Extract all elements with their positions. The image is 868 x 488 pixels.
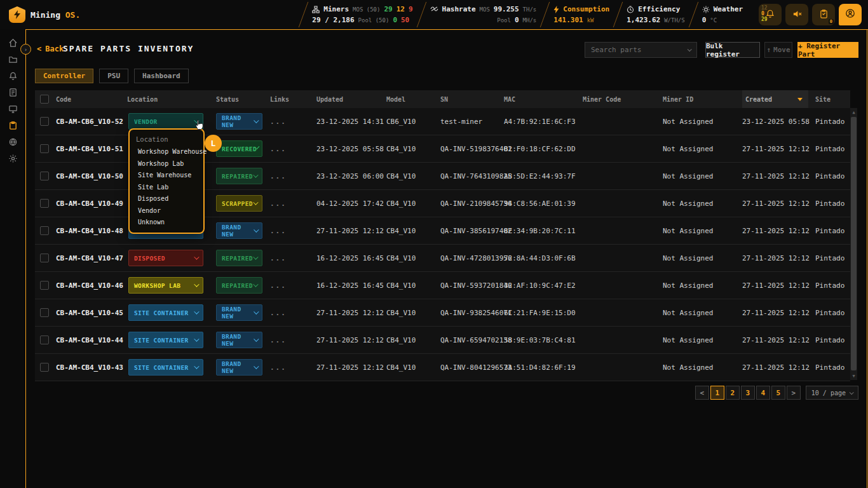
column-header-created[interactable]: Created <box>742 90 808 108</box>
stat-efficiency[interactable]: Efficiency 1,423.62 W/TH/S <box>618 0 693 29</box>
alerts-bell-icon[interactable] <box>8 71 18 81</box>
network-globe-icon[interactable] <box>8 137 18 147</box>
row-links-button[interactable]: ... <box>270 172 316 180</box>
cell-miner-id: Not Assigned <box>663 172 742 180</box>
stat-hashrate[interactable]: Hashrate MOS 99.255 TH/s Pool 0 MH/s <box>422 0 545 29</box>
status-select[interactable]: BRAND NEW <box>216 222 262 239</box>
location-option-workshop-lab[interactable]: Workshop Lab <box>130 158 203 170</box>
column-header-model[interactable]: Model <box>386 96 440 103</box>
home-icon[interactable] <box>8 37 18 48</box>
page-prev-button[interactable]: < <box>695 386 709 400</box>
row-checkbox[interactable] <box>40 281 49 290</box>
row-links-button[interactable]: ... <box>270 118 316 126</box>
row-checkbox[interactable] <box>40 308 49 317</box>
cell-mac: B2:F0:18:CF:62:DD <box>504 145 583 153</box>
row-checkbox[interactable] <box>40 172 49 180</box>
location-option-site-warehouse[interactable]: Site Warehouse <box>130 170 203 182</box>
location-option-vendor[interactable]: Vendor <box>130 205 203 217</box>
status-select[interactable]: REPAIRED <box>216 250 262 266</box>
location-select[interactable]: SITE CONTAINER <box>128 332 203 348</box>
stat-weather[interactable]: Weather 0 °C <box>694 0 751 29</box>
scrollbar-thumb[interactable] <box>851 117 857 370</box>
reports-button[interactable]: 0 <box>812 4 835 25</box>
column-header-code[interactable]: Code <box>56 96 127 103</box>
bulk-register-button[interactable]: Bulk register <box>705 42 760 58</box>
column-header-location[interactable]: Location <box>127 96 216 103</box>
column-header-miner-code[interactable]: Miner Code <box>583 96 663 103</box>
stat-consumption[interactable]: Consumption 141.301 kW <box>545 0 618 29</box>
tab-psu[interactable]: PSU <box>99 69 128 83</box>
search-parts-input[interactable]: Search parts <box>585 42 697 58</box>
monitor-icon[interactable] <box>8 104 18 114</box>
status-select[interactable]: BRAND NEW <box>216 304 262 321</box>
row-links-button[interactable]: ... <box>270 363 316 372</box>
settings-gear-icon[interactable] <box>8 153 18 163</box>
row-checkbox[interactable] <box>40 336 49 344</box>
location-select[interactable]: WORKSHOP LAB <box>128 277 203 294</box>
scroll-up-icon[interactable]: ▲ <box>850 108 857 116</box>
location-select[interactable]: SITE CONTAINER <box>128 304 203 321</box>
column-header-links[interactable]: Links <box>270 96 316 103</box>
account-button[interactable] <box>839 4 862 25</box>
mute-button[interactable] <box>785 4 808 25</box>
move-arrow-icon: ↑ <box>766 46 771 54</box>
scroll-down-icon[interactable]: ▼ <box>850 372 857 380</box>
page-1-button[interactable]: 1 <box>710 386 724 400</box>
location-select[interactable]: DISPOSED <box>128 250 203 266</box>
row-links-button[interactable]: ... <box>270 145 316 153</box>
status-select[interactable]: REPAIRED <box>216 168 262 184</box>
location-option-disposed[interactable]: Disposed <box>130 193 203 205</box>
column-header-status[interactable]: Status <box>216 96 270 103</box>
status-select[interactable]: REPAIRED <box>216 277 262 294</box>
column-header-mac[interactable]: MAC <box>504 96 583 103</box>
row-links-button[interactable]: ... <box>270 200 316 208</box>
row-links-button[interactable]: ... <box>270 254 316 262</box>
column-header-miner-id[interactable]: Miner ID <box>663 96 742 103</box>
row-links-button[interactable]: ... <box>270 281 316 290</box>
location-option-unknown[interactable]: Unknown <box>130 217 203 229</box>
location-select[interactable]: VENDOR <box>128 113 203 130</box>
page-3-button[interactable]: 3 <box>741 386 755 400</box>
tab-controller[interactable]: Controller <box>35 69 93 83</box>
chevron-down-icon <box>254 337 259 342</box>
row-checkbox[interactable] <box>40 117 49 126</box>
location-option-workshop-warehouse[interactable]: Workshop Warehouse <box>130 146 203 158</box>
back-button[interactable]: < Back <box>37 44 64 53</box>
logs-document-icon[interactable] <box>8 87 18 97</box>
page-next-button[interactable]: > <box>787 386 801 400</box>
select-all-checkbox[interactable] <box>40 95 49 104</box>
sidebar-expand-button[interactable]: › <box>20 44 31 55</box>
column-header-site[interactable]: Site <box>808 96 850 103</box>
table-scrollbar[interactable]: ▲ ▼ <box>850 108 857 380</box>
location-option-site-lab[interactable]: Site Lab <box>130 182 203 194</box>
row-links-button[interactable]: ... <box>270 227 316 235</box>
row-checkbox[interactable] <box>40 144 49 153</box>
page-size-select[interactable]: 10 / page <box>806 386 858 400</box>
tab-hashboard[interactable]: Hashboard <box>134 69 189 83</box>
page-4-button[interactable]: 4 <box>756 386 770 400</box>
folder-icon[interactable] <box>8 54 18 64</box>
status-select[interactable]: BRAND NEW <box>216 332 262 348</box>
row-checkbox[interactable] <box>40 363 49 372</box>
status-select[interactable]: BRAND NEW <box>216 113 262 130</box>
row-links-button[interactable]: ... <box>270 309 316 317</box>
inventory-clipboard-icon[interactable] <box>8 120 18 130</box>
column-header-updated[interactable]: Updated <box>316 96 386 103</box>
move-button[interactable]: ↑ Move <box>764 42 792 58</box>
row-checkbox[interactable] <box>40 254 49 262</box>
status-select[interactable]: SCRAPPED <box>216 195 262 212</box>
row-checkbox[interactable] <box>40 199 49 208</box>
row-checkbox[interactable] <box>40 226 49 235</box>
chevron-down-icon <box>194 363 199 369</box>
register-part-button[interactable]: + Register Part <box>797 42 858 58</box>
stat-miners[interactable]: Miners MOS (50) 29 12 9 29 / 2,186 Pool … <box>304 0 421 29</box>
location-select[interactable]: SITE CONTAINER <box>128 359 203 376</box>
column-header-sn[interactable]: SN <box>440 96 504 103</box>
cell-site: Pintado <box>808 172 850 180</box>
page-5-button[interactable]: 5 <box>771 386 785 400</box>
status-select[interactable]: BRAND NEW <box>216 359 262 376</box>
page-2-button[interactable]: 2 <box>726 386 740 400</box>
notifications-button[interactable]: 12 0 29 <box>759 4 782 25</box>
row-links-button[interactable]: ... <box>270 336 316 344</box>
status-select[interactable]: RECOVERED <box>216 140 262 157</box>
